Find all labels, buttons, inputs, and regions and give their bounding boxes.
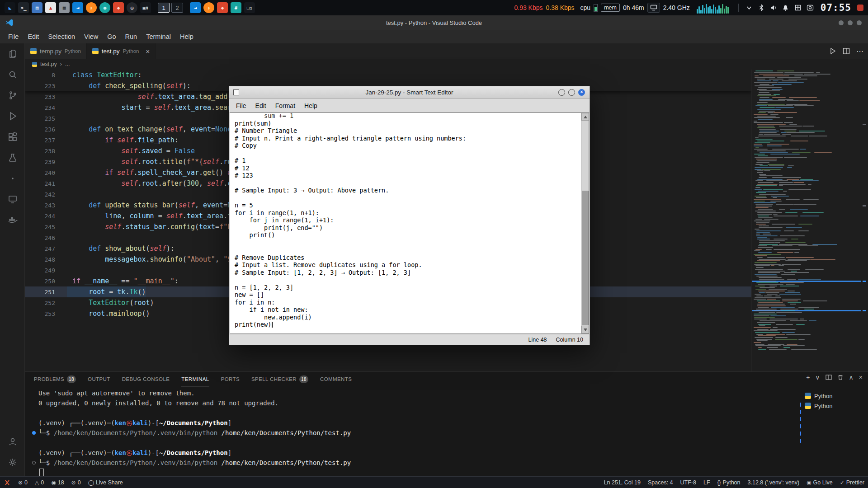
smart-text-editor-window[interactable]: Jan-29-25.py - Smart Text Editor × FileE…	[229, 86, 590, 345]
menu-go[interactable]: Go	[103, 31, 120, 42]
run-debug-icon[interactable]	[0, 106, 25, 127]
tk-menu-file[interactable]: File	[232, 100, 250, 111]
menu-view[interactable]: View	[80, 31, 103, 42]
run-python-file-icon[interactable]	[829, 47, 836, 55]
scrollbar-down-icon[interactable]	[581, 326, 589, 333]
vscode-window-icon[interactable]: ◄	[190, 2, 201, 13]
status-warning-count[interactable]: △0	[31, 477, 47, 488]
menu-help[interactable]: Help	[175, 31, 198, 42]
obs-app-icon[interactable]: ◎	[127, 2, 137, 13]
workspace-1[interactable]: 1	[158, 3, 170, 13]
terminal-output[interactable]: Use 'sudo apt autoremove' to remove them…	[25, 388, 793, 476]
menu-file[interactable]: File	[4, 31, 23, 42]
new-terminal-icon[interactable]: +	[806, 374, 810, 381]
panel-tab-debug-console[interactable]: DEBUG CONSOLE	[122, 372, 170, 386]
text-editor-app-icon[interactable]: ▲	[45, 2, 56, 13]
vscode-app-icon[interactable]: ◄	[72, 2, 83, 13]
breadcrumb-more[interactable]: ...	[65, 61, 70, 67]
minimize-button[interactable]	[839, 20, 844, 25]
terminal-list-item[interactable]: Python	[805, 391, 862, 401]
extensions-icon[interactable]	[0, 127, 25, 147]
maximize-panel-icon[interactable]: ∧	[849, 374, 854, 381]
status-ports[interactable]: ⊘0	[68, 477, 85, 488]
breadcrumb[interactable]: test.py › ...	[25, 59, 868, 70]
volume-icon[interactable]	[769, 3, 778, 12]
menu-edit[interactable]: Edit	[23, 31, 43, 42]
screenshot-tool-icon[interactable]: ▣∨	[140, 2, 151, 13]
close-panel-icon[interactable]: ×	[859, 374, 863, 381]
tab-test.py[interactable]: test.pyPython×	[87, 43, 156, 59]
kill-terminal-icon[interactable]	[837, 374, 844, 380]
tk-maximize-button[interactable]	[568, 89, 575, 96]
clock[interactable]: 07:55	[821, 2, 851, 13]
red-window-icon[interactable]: ◆	[217, 2, 228, 13]
remote-explorer-icon[interactable]	[0, 189, 25, 210]
monitor-tray-icon[interactable]	[647, 3, 660, 13]
docker-icon[interactable]	[0, 210, 25, 230]
chevron-down-icon[interactable]	[745, 3, 754, 12]
minimap[interactable]	[751, 70, 861, 371]
panel-tab-ports[interactable]: PORTS	[221, 372, 240, 386]
scrollbar-thumb[interactable]	[582, 191, 589, 325]
tk-menu-help[interactable]: Help	[300, 100, 321, 111]
window-group-icon[interactable]: ❏₂	[244, 2, 255, 13]
settings-gear-icon[interactable]	[0, 452, 25, 473]
status-cursor-position[interactable]: Ln 251, Col 19	[600, 477, 644, 488]
tab-close-icon[interactable]: ×	[146, 47, 150, 55]
more-views-icon[interactable]	[0, 168, 25, 189]
panel-tab-output[interactable]: OUTPUT	[88, 372, 110, 386]
workspace-2[interactable]: 2	[171, 3, 183, 13]
remote-indicator-icon[interactable]	[0, 477, 14, 488]
status-indentation[interactable]: Spaces: 4	[644, 477, 677, 488]
mem-label[interactable]: mem	[601, 4, 620, 12]
status-encoding[interactable]: UTF-8	[677, 477, 700, 488]
notification-bell-icon[interactable]	[781, 3, 790, 12]
teal-window-icon[interactable]: #	[231, 2, 241, 13]
status-eol[interactable]: LF	[700, 477, 714, 488]
status-prettier[interactable]: ✓Prettier	[836, 477, 868, 488]
testing-icon[interactable]	[0, 147, 25, 168]
file-manager-icon[interactable]: ▤	[32, 2, 42, 13]
status-python-interpreter[interactable]: 3.12.8 ('.venv': venv)	[744, 477, 803, 488]
teal-app-icon[interactable]: ●	[99, 2, 110, 13]
tk-close-button[interactable]: ×	[578, 89, 585, 96]
status-live-share[interactable]: ◯Live Share	[85, 477, 127, 488]
clipboard-grid-icon[interactable]	[793, 3, 802, 12]
explorer-icon[interactable]	[0, 43, 25, 64]
firefox-window-icon[interactable]: ◗	[203, 2, 214, 13]
panel-tab-comments[interactable]: COMMENTS	[320, 372, 352, 386]
account-icon[interactable]	[0, 431, 25, 452]
overview-ruler[interactable]	[861, 70, 868, 371]
split-editor-icon[interactable]	[843, 47, 850, 55]
tk-menu-edit[interactable]: Edit	[251, 100, 270, 111]
search-icon[interactable]	[0, 64, 25, 85]
firefox-app-icon[interactable]: ◗	[86, 2, 97, 13]
tab-temp.py[interactable]: temp.pyPython	[25, 43, 87, 59]
alert-tray-icon[interactable]	[857, 5, 863, 11]
editor-more-actions-icon[interactable]: ⋯	[856, 47, 863, 56]
red-app-icon[interactable]: ◆	[113, 2, 124, 13]
text-editor-area[interactable]: sum += 1print(sum)# Number Triangle# Inp…	[230, 113, 581, 333]
split-terminal-icon[interactable]	[826, 374, 832, 380]
status-error-count[interactable]: ⊗0	[14, 477, 31, 488]
panel-tab-problems[interactable]: PROBLEMS18	[34, 372, 76, 386]
status-info-count[interactable]: ◉18	[47, 477, 67, 488]
status-go-live[interactable]: ◉Go Live	[803, 477, 836, 488]
menu-selection[interactable]: Selection	[43, 31, 80, 42]
cpu-label[interactable]: cpu	[580, 4, 591, 11]
kali-menu-icon[interactable]: ◣	[5, 2, 15, 13]
menu-run[interactable]: Run	[121, 31, 142, 42]
source-control-icon[interactable]	[0, 85, 25, 106]
terminal-list-item[interactable]: Python	[805, 401, 862, 411]
menu-terminal[interactable]: Terminal	[142, 31, 175, 42]
tray-cam-icon[interactable]	[806, 3, 815, 12]
bluetooth-icon[interactable]	[757, 3, 766, 12]
breadcrumb-filename[interactable]: test.py	[40, 61, 57, 67]
scrollbar-up-icon[interactable]	[581, 113, 589, 121]
close-button[interactable]	[857, 20, 862, 25]
smart-text-editor-titlebar[interactable]: Jan-29-25.py - Smart Text Editor ×	[229, 86, 590, 99]
terminal-dropdown-icon[interactable]: ∨	[815, 374, 820, 381]
gray-app-icon[interactable]: ▦	[59, 2, 70, 13]
panel-tab-spell-checker[interactable]: SPELL CHECKER18	[251, 372, 308, 386]
terminal-app-icon[interactable]: >_	[18, 2, 29, 13]
